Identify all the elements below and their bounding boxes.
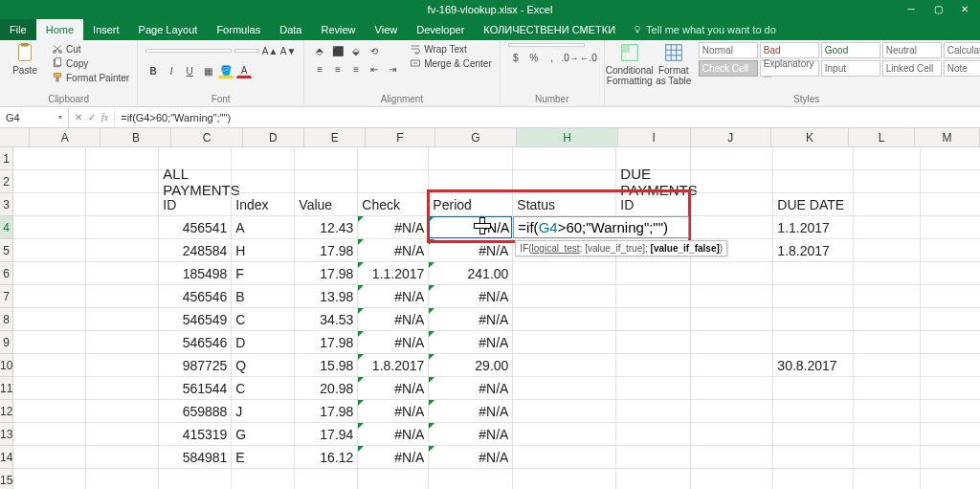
cell[interactable] [429,170,513,193]
enter-formula-button[interactable]: ✓ [88,112,96,122]
cell[interactable] [86,446,159,469]
cell[interactable]: 1.1.2017 [358,262,429,285]
row-header[interactable]: 1 [0,147,12,170]
cell[interactable] [854,446,921,469]
wrap-text-button[interactable]: Wrap Text [408,42,494,56]
col-header[interactable]: E [304,128,366,146]
cell[interactable]: #N/A [429,239,513,262]
cell[interactable]: #N/A [429,446,513,469]
cell[interactable]: #N/A [429,377,513,400]
cell[interactable] [13,193,86,216]
row-header[interactable]: 15 [0,469,12,489]
cell[interactable] [691,354,773,377]
cell[interactable] [854,423,921,446]
cell[interactable] [854,354,921,377]
comma-button[interactable]: , [545,50,560,65]
cell[interactable] [854,331,921,354]
cell[interactable] [854,400,921,423]
cell[interactable]: Check [358,193,429,216]
cell[interactable]: 456546 [159,285,232,308]
cells-area[interactable]: ALL PAYMENTSDUE PAYMENTSIDIndexValueChec… [13,147,980,489]
cell[interactable]: #N/A [429,216,513,239]
cell[interactable]: 34.53 [295,308,358,331]
col-header[interactable]: J [691,128,771,146]
cell[interactable]: 29.00 [429,354,513,377]
cell[interactable] [513,400,616,423]
row-header[interactable]: 5 [0,239,12,262]
cell[interactable] [358,147,429,170]
style-input[interactable]: Input [821,60,880,77]
cell[interactable] [86,262,159,285]
cell[interactable]: 12.43 [295,216,358,239]
cell[interactable] [13,239,86,262]
tell-me[interactable]: Tell me what you want to do [633,19,776,40]
cell[interactable] [616,308,691,331]
italic-button[interactable]: I [164,63,179,78]
format-painter-button[interactable]: Format Painter [50,71,131,84]
align-center-button[interactable]: ≡ [330,61,345,77]
cell[interactable]: Value [295,193,358,216]
cell[interactable] [773,446,854,469]
accounting-button[interactable]: $ [508,50,523,65]
align-middle-button[interactable]: ⬛ [330,43,345,58]
tab-review[interactable]: Review [311,19,365,40]
cell[interactable]: 415319 [159,423,232,446]
cell[interactable] [616,285,691,308]
cell[interactable]: 659888 [159,400,232,423]
inc-decimal-button[interactable]: .0→ [563,50,578,65]
style-bad[interactable]: Bad [760,42,819,58]
cell[interactable] [854,216,921,239]
cell[interactable] [616,400,691,423]
col-header[interactable]: K [771,128,850,146]
cell[interactable]: ALL PAYMENTS [159,170,232,193]
style-normal[interactable]: Normal [699,42,758,58]
cell[interactable] [13,446,86,469]
cell[interactable] [86,400,159,423]
cell[interactable] [358,469,429,489]
cell[interactable] [13,147,86,170]
cell[interactable]: Q [232,354,295,377]
cell[interactable]: 561544 [159,377,232,400]
merge-center-button[interactable]: Merge & Center [408,56,494,70]
cell[interactable] [691,446,773,469]
cell[interactable]: #N/A [358,285,429,308]
cell[interactable] [921,285,980,308]
worksheet[interactable]: A B C D E F G H I J K L M 1 2 3 4 5 6 7 … [0,128,980,489]
cell[interactable]: #N/A [429,331,513,354]
cell[interactable]: #N/A [429,285,513,308]
cell[interactable] [13,308,86,331]
cell[interactable] [616,423,691,446]
cell[interactable] [86,377,159,400]
cell[interactable] [232,147,295,170]
style-note[interactable]: Note [944,60,980,77]
cell[interactable]: E [232,446,295,469]
align-right-button[interactable]: ≡ [348,61,364,77]
cell[interactable] [921,423,980,446]
cell[interactable] [691,423,773,446]
row-header[interactable]: 7 [0,285,12,308]
cell[interactable] [13,331,86,354]
percent-button[interactable]: % [526,50,542,65]
cell[interactable]: 185498 [159,262,232,285]
cell[interactable]: ID [616,193,691,216]
row-header[interactable]: 14 [0,446,12,469]
cell[interactable] [854,262,921,285]
fx-button[interactable]: fx [101,112,108,122]
cell[interactable] [854,308,921,331]
cell[interactable] [773,262,854,285]
cell[interactable]: J [232,400,295,423]
cell[interactable]: 546546 [159,331,232,354]
cell[interactable]: 456541 [159,216,232,239]
cell[interactable] [691,400,773,423]
cell[interactable]: 20.98 [295,377,358,400]
format-as-table-button[interactable]: Format as Table [655,42,693,86]
cell[interactable]: #N/A [358,331,429,354]
cell[interactable] [513,308,616,331]
cell[interactable] [921,170,980,193]
cell[interactable]: B [232,285,295,308]
cell[interactable] [773,285,854,308]
cell[interactable] [921,193,980,216]
cell[interactable]: 17.98 [295,331,358,354]
cell[interactable] [691,193,773,216]
cell[interactable] [13,216,86,239]
